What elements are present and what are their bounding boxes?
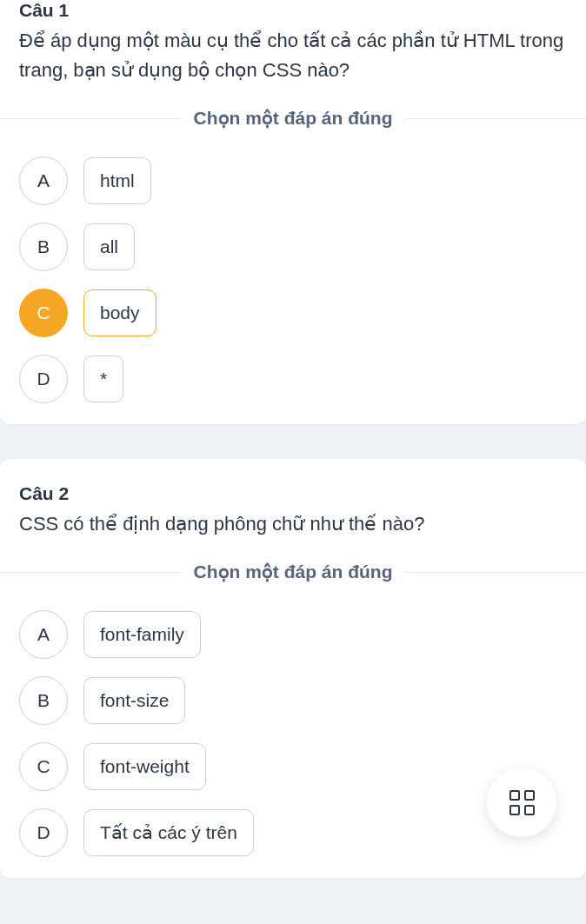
option-label: body [83, 289, 156, 336]
divider-line-left [0, 118, 182, 119]
grid-menu-button[interactable] [487, 768, 556, 837]
question-title: Câu 2 [19, 483, 567, 504]
options-list: A html B all C body D * [19, 156, 567, 403]
option-label: html [83, 157, 151, 204]
option-letter: D [19, 355, 68, 403]
option-label: font-size [83, 677, 185, 724]
option-letter: D [19, 808, 68, 857]
question-text: Để áp dụng một màu cụ thể cho tất cả các… [19, 26, 567, 85]
option-b[interactable]: B font-size [19, 676, 567, 725]
option-label: * [83, 356, 123, 402]
instruction-label: Chọn một đáp án đúng [182, 562, 405, 582]
grid-icon [509, 790, 535, 815]
option-d[interactable]: D Tất cả các ý trên [19, 808, 567, 857]
instruction-divider: Chọn một đáp án đúng [0, 108, 586, 129]
option-c[interactable]: C font-weight [19, 742, 567, 791]
question-text: CSS có thể định dạng phông chữ như thế n… [19, 509, 567, 539]
question-card-1: Câu 1 Để áp dụng một màu cụ thể cho tất … [0, 0, 586, 424]
option-label: font-weight [83, 743, 206, 790]
option-label: font-family [83, 611, 201, 658]
option-letter: A [19, 610, 68, 659]
question-title: Câu 1 [19, 0, 567, 21]
option-label: Tất cả các ý trên [83, 809, 254, 856]
option-a[interactable]: A font-family [19, 610, 567, 659]
divider-line-right [405, 118, 587, 119]
option-letter: B [19, 676, 68, 725]
option-letter: A [19, 156, 68, 205]
option-letter: C [19, 742, 68, 791]
option-letter: C [19, 289, 68, 337]
option-letter: B [19, 223, 68, 271]
instruction-divider: Chọn một đáp án đúng [0, 562, 586, 582]
option-b[interactable]: B all [19, 223, 567, 271]
instruction-label: Chọn một đáp án đúng [182, 108, 405, 129]
divider-line-left [0, 572, 182, 573]
divider-line-right [405, 572, 587, 573]
options-list: A font-family B font-size C font-weight … [19, 610, 567, 857]
option-label: all [83, 223, 135, 270]
option-c[interactable]: C body [19, 289, 567, 337]
option-a[interactable]: A html [19, 156, 567, 205]
option-d[interactable]: D * [19, 355, 567, 403]
